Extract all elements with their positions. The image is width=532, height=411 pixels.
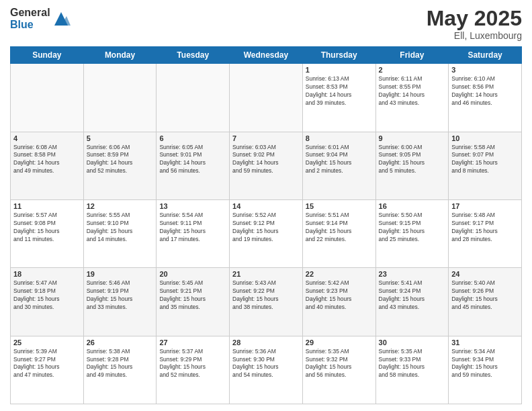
day-info: Sunrise: 5:35 AM Sunset: 9:32 PM Dayligh… [306, 348, 373, 380]
day-info: Sunrise: 6:11 AM Sunset: 8:55 PM Dayligh… [379, 75, 446, 107]
day-info: Sunrise: 5:52 AM Sunset: 9:12 PM Dayligh… [232, 212, 300, 244]
day-number: 1 [306, 66, 373, 74]
day-number: 17 [451, 202, 519, 210]
col-wednesday: Wednesday [230, 47, 303, 64]
day-number: 9 [379, 134, 446, 142]
col-tuesday: Tuesday [157, 47, 230, 64]
day-number: 8 [306, 134, 373, 142]
calendar-cell: 1Sunrise: 6:13 AM Sunset: 8:53 PM Daylig… [302, 64, 375, 132]
calendar-cell [83, 64, 157, 132]
calendar-cell: 8Sunrise: 6:01 AM Sunset: 9:04 PM Daylig… [302, 132, 375, 199]
calendar-cell: 17Sunrise: 5:48 AM Sunset: 9:17 PM Dayli… [449, 199, 522, 267]
day-number: 30 [379, 338, 446, 347]
calendar-cell: 5Sunrise: 6:06 AM Sunset: 8:59 PM Daylig… [83, 132, 157, 199]
calendar-week-1: 1Sunrise: 6:13 AM Sunset: 8:53 PM Daylig… [11, 64, 522, 132]
day-number: 31 [451, 338, 519, 347]
day-number: 2 [379, 66, 446, 74]
day-info: Sunrise: 5:57 AM Sunset: 9:08 PM Dayligh… [13, 212, 81, 244]
day-info: Sunrise: 5:46 AM Sunset: 9:19 PM Dayligh… [87, 279, 154, 312]
logo-text: General Blue [10, 7, 50, 30]
calendar-cell: 10Sunrise: 5:58 AM Sunset: 9:07 PM Dayli… [449, 132, 522, 199]
calendar-cell: 12Sunrise: 5:55 AM Sunset: 9:10 PM Dayli… [83, 199, 157, 267]
calendar-week-5: 25Sunrise: 5:39 AM Sunset: 9:27 PM Dayli… [11, 336, 522, 404]
day-number: 23 [379, 270, 446, 278]
header-row: Sunday Monday Tuesday Wednesday Thursday… [11, 47, 522, 64]
page: General Blue May 2025 Ell, Luxembourg Su… [0, 0, 532, 411]
day-info: Sunrise: 5:47 AM Sunset: 9:18 PM Dayligh… [13, 279, 81, 312]
location: Ell, Luxembourg [427, 30, 522, 41]
calendar-cell: 19Sunrise: 5:46 AM Sunset: 9:19 PM Dayli… [83, 268, 157, 336]
day-info: Sunrise: 5:58 AM Sunset: 9:07 PM Dayligh… [451, 144, 519, 176]
day-number: 28 [232, 338, 300, 347]
calendar-table: Sunday Monday Tuesday Wednesday Thursday… [10, 46, 522, 404]
day-info: Sunrise: 5:34 AM Sunset: 9:34 PM Dayligh… [451, 348, 519, 380]
calendar-cell: 27Sunrise: 5:37 AM Sunset: 9:29 PM Dayli… [157, 336, 230, 404]
calendar-cell: 30Sunrise: 5:35 AM Sunset: 9:33 PM Dayli… [375, 336, 449, 404]
day-number: 4 [13, 134, 81, 142]
day-info: Sunrise: 5:38 AM Sunset: 9:28 PM Dayligh… [87, 348, 154, 380]
day-info: Sunrise: 5:48 AM Sunset: 9:17 PM Dayligh… [451, 212, 519, 244]
day-info: Sunrise: 5:45 AM Sunset: 9:21 PM Dayligh… [159, 279, 226, 312]
logo-blue: Blue [10, 19, 50, 31]
col-friday: Friday [375, 47, 449, 64]
title-area: May 2025 Ell, Luxembourg [427, 7, 522, 41]
day-info: Sunrise: 5:37 AM Sunset: 9:29 PM Dayligh… [159, 348, 226, 380]
day-number: 24 [451, 270, 519, 278]
day-info: Sunrise: 6:03 AM Sunset: 9:02 PM Dayligh… [232, 144, 300, 176]
calendar-cell: 29Sunrise: 5:35 AM Sunset: 9:32 PM Dayli… [302, 336, 375, 404]
day-info: Sunrise: 5:43 AM Sunset: 9:22 PM Dayligh… [232, 279, 300, 312]
day-info: Sunrise: 6:08 AM Sunset: 8:58 PM Dayligh… [13, 144, 81, 176]
day-info: Sunrise: 6:00 AM Sunset: 9:05 PM Dayligh… [379, 144, 446, 176]
logo: General Blue [10, 7, 71, 30]
day-number: 10 [451, 134, 519, 142]
day-info: Sunrise: 5:51 AM Sunset: 9:14 PM Dayligh… [306, 212, 373, 244]
day-info: Sunrise: 5:41 AM Sunset: 9:24 PM Dayligh… [379, 279, 446, 312]
calendar-cell: 20Sunrise: 5:45 AM Sunset: 9:21 PM Dayli… [157, 268, 230, 336]
day-number: 6 [159, 134, 226, 142]
calendar-cell: 6Sunrise: 6:05 AM Sunset: 9:01 PM Daylig… [157, 132, 230, 199]
col-thursday: Thursday [302, 47, 375, 64]
day-number: 18 [13, 270, 81, 278]
calendar-cell [157, 64, 230, 132]
col-saturday: Saturday [449, 47, 522, 64]
day-info: Sunrise: 5:50 AM Sunset: 9:15 PM Dayligh… [379, 212, 446, 244]
calendar-cell: 16Sunrise: 5:50 AM Sunset: 9:15 PM Dayli… [375, 199, 449, 267]
calendar-cell: 28Sunrise: 5:36 AM Sunset: 9:30 PM Dayli… [230, 336, 303, 404]
day-number: 3 [451, 66, 519, 74]
logo-icon [52, 9, 71, 28]
day-info: Sunrise: 6:01 AM Sunset: 9:04 PM Dayligh… [306, 144, 373, 176]
calendar-cell: 22Sunrise: 5:42 AM Sunset: 9:23 PM Dayli… [302, 268, 375, 336]
day-number: 29 [306, 338, 373, 347]
calendar-cell: 25Sunrise: 5:39 AM Sunset: 9:27 PM Dayli… [11, 336, 84, 404]
calendar-cell: 9Sunrise: 6:00 AM Sunset: 9:05 PM Daylig… [375, 132, 449, 199]
header: General Blue May 2025 Ell, Luxembourg [10, 7, 522, 41]
day-info: Sunrise: 5:55 AM Sunset: 9:10 PM Dayligh… [87, 212, 154, 244]
calendar-cell: 15Sunrise: 5:51 AM Sunset: 9:14 PM Dayli… [302, 199, 375, 267]
day-number: 19 [87, 270, 154, 278]
day-number: 12 [87, 202, 154, 210]
calendar-week-2: 4Sunrise: 6:08 AM Sunset: 8:58 PM Daylig… [11, 132, 522, 199]
calendar-cell: 7Sunrise: 6:03 AM Sunset: 9:02 PM Daylig… [230, 132, 303, 199]
day-number: 27 [159, 338, 226, 347]
day-number: 26 [87, 338, 154, 347]
day-info: Sunrise: 6:06 AM Sunset: 8:59 PM Dayligh… [87, 144, 154, 176]
calendar-cell: 18Sunrise: 5:47 AM Sunset: 9:18 PM Dayli… [11, 268, 84, 336]
day-info: Sunrise: 5:42 AM Sunset: 9:23 PM Dayligh… [306, 279, 373, 312]
day-number: 11 [13, 202, 81, 210]
day-info: Sunrise: 6:10 AM Sunset: 8:56 PM Dayligh… [451, 75, 519, 107]
calendar-cell [11, 64, 84, 132]
calendar-week-4: 18Sunrise: 5:47 AM Sunset: 9:18 PM Dayli… [11, 268, 522, 336]
day-number: 13 [159, 202, 226, 210]
calendar-cell: 26Sunrise: 5:38 AM Sunset: 9:28 PM Dayli… [83, 336, 157, 404]
calendar-cell: 11Sunrise: 5:57 AM Sunset: 9:08 PM Dayli… [11, 199, 84, 267]
day-number: 22 [306, 270, 373, 278]
day-info: Sunrise: 6:13 AM Sunset: 8:53 PM Dayligh… [306, 75, 373, 107]
day-number: 21 [232, 270, 300, 278]
day-info: Sunrise: 5:54 AM Sunset: 9:11 PM Dayligh… [159, 212, 226, 244]
calendar-cell: 23Sunrise: 5:41 AM Sunset: 9:24 PM Dayli… [375, 268, 449, 336]
day-info: Sunrise: 5:40 AM Sunset: 9:26 PM Dayligh… [451, 279, 519, 312]
day-number: 7 [232, 134, 300, 142]
day-number: 20 [159, 270, 226, 278]
day-info: Sunrise: 5:39 AM Sunset: 9:27 PM Dayligh… [13, 348, 81, 380]
calendar-cell: 4Sunrise: 6:08 AM Sunset: 8:58 PM Daylig… [11, 132, 84, 199]
